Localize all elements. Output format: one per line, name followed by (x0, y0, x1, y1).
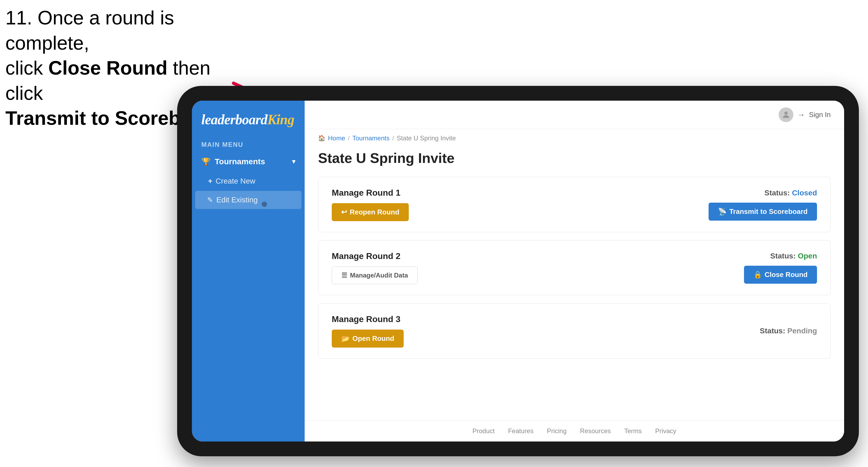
reopen-icon: ↩ (341, 208, 347, 216)
round-3-title: Manage Round 3 (332, 314, 404, 324)
round-2-left: Manage Round 2 ☰ Manage/Audit Data (332, 251, 417, 284)
footer-resources[interactable]: Resources (580, 427, 611, 435)
round-1-left: Manage Round 1 ↩ Reopen Round (332, 188, 409, 221)
round-3-status: Status: Pending (760, 326, 817, 335)
round-2-status: Status: Open (744, 252, 817, 260)
tablet-device: leaderboardKing MAIN MENU 🏆 Tournaments … (177, 86, 859, 456)
round-3-buttons: 📂 Open Round (332, 330, 404, 348)
manage-audit-label: Manage/Audit Data (350, 272, 408, 279)
main-menu-label: MAIN MENU (192, 135, 305, 151)
breadcrumb-current: State U Spring Invite (397, 134, 456, 142)
logo-area: leaderboardKing (192, 101, 305, 135)
open-round-label: Open Round (352, 335, 394, 343)
round-2-title: Manage Round 2 (332, 251, 417, 261)
round-2-right: Status: Open 🔒 Close Round (744, 252, 817, 284)
sidebar: leaderboardKing MAIN MENU 🏆 Tournaments … (192, 101, 305, 441)
footer-pricing[interactable]: Pricing (547, 427, 566, 435)
open-round-button[interactable]: 📂 Open Round (332, 330, 404, 348)
round-1-title: Manage Round 1 (332, 188, 409, 198)
chevron-down-icon: ▾ (292, 158, 295, 165)
avatar (779, 107, 794, 122)
breadcrumb: 🏠 Home / Tournaments / State U Spring In… (305, 129, 844, 145)
main-content: → Sign In 🏠 Home / Tournaments / State U… (305, 101, 844, 441)
round-1-buttons: ↩ Reopen Round (332, 203, 409, 221)
transmit-icon: 📡 (718, 208, 726, 216)
signin-arrow-icon: → (798, 111, 805, 119)
sidebar-tournaments-label: Tournaments (215, 157, 265, 166)
round-2-buttons: ☰ Manage/Audit Data (332, 267, 417, 284)
round-2-status-value: Open (798, 252, 817, 260)
round-2-card: Manage Round 2 ☰ Manage/Audit Data Statu… (318, 240, 831, 295)
page-title: State U Spring Invite (318, 150, 831, 166)
footer-product[interactable]: Product (472, 427, 495, 435)
page-content: State U Spring Invite Manage Round 1 ↩ R… (305, 145, 844, 420)
instruction-line1: 11. Once a round is complete, (5, 7, 174, 54)
sidebar-edit-existing-label: Edit Existing (216, 196, 258, 204)
footer-terms[interactable]: Terms (624, 427, 642, 435)
sign-in-area: → Sign In (779, 107, 831, 122)
audit-icon: ☰ (341, 272, 347, 279)
reopen-round-label: Reopen Round (350, 208, 399, 216)
close-round-button[interactable]: 🔒 Close Round (744, 266, 817, 284)
tablet-screen: leaderboardKing MAIN MENU 🏆 Tournaments … (192, 101, 844, 441)
footer-features[interactable]: Features (508, 427, 534, 435)
sidebar-item-tournaments[interactable]: 🏆 Tournaments ▾ (192, 151, 305, 172)
breadcrumb-tournaments[interactable]: Tournaments (352, 134, 390, 142)
round-3-status-value: Pending (787, 326, 817, 335)
round-1-card: Manage Round 1 ↩ Reopen Round Status: (318, 177, 831, 232)
round-1-right: Status: Closed 📡 Transmit to Scoreboard (709, 189, 817, 221)
transmit-label: Transmit to Scoreboard (729, 208, 808, 216)
lock-icon: 🔒 (753, 271, 762, 279)
plus-icon: + (208, 177, 212, 185)
home-icon: 🏠 (318, 135, 325, 142)
trophy-icon: 🏆 (201, 157, 211, 166)
round-3-card: Manage Round 3 📂 Open Round Status: (318, 303, 831, 359)
app-layout: leaderboardKing MAIN MENU 🏆 Tournaments … (192, 101, 844, 441)
manage-audit-button[interactable]: ☰ Manage/Audit Data (332, 267, 417, 284)
round-1-status-value: Closed (792, 189, 817, 197)
top-bar: → Sign In (305, 101, 844, 129)
transmit-to-scoreboard-button[interactable]: 📡 Transmit to Scoreboard (709, 203, 817, 221)
round-1-status: Status: Closed (709, 189, 817, 197)
footer: Product Features Pricing Resources Terms… (305, 420, 844, 441)
breadcrumb-home[interactable]: Home (328, 134, 345, 142)
reopen-round-button[interactable]: ↩ Reopen Round (332, 203, 409, 221)
svg-point-2 (784, 112, 788, 115)
footer-privacy[interactable]: Privacy (655, 427, 676, 435)
close-round-label: Close Round (765, 271, 808, 279)
edit-icon: ✎ (207, 196, 213, 204)
sign-in-label[interactable]: Sign In (809, 111, 831, 119)
round-3-left: Manage Round 3 📂 Open Round (332, 314, 404, 348)
round-3-right: Status: Pending (760, 326, 817, 335)
sidebar-edit-existing[interactable]: ✎ Edit Existing (195, 191, 302, 209)
sidebar-create-new-label: Create New (216, 177, 255, 185)
logo: leaderboardKing (201, 112, 295, 127)
instruction-close-round: Close Round (48, 57, 167, 79)
open-icon: 📂 (341, 335, 350, 343)
instruction-line2-pre: click (5, 57, 48, 79)
sidebar-create-new[interactable]: + Create New (192, 172, 305, 190)
